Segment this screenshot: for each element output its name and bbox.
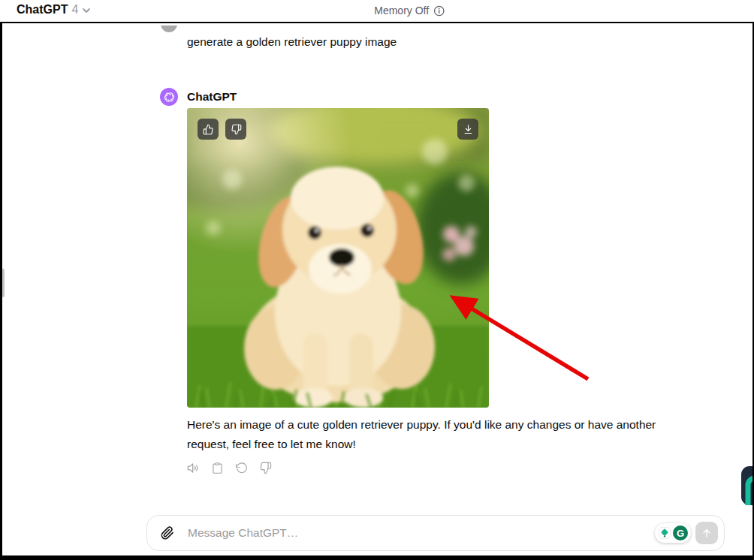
paperclip-icon	[160, 525, 175, 540]
image-thumbs-up-button[interactable]	[198, 119, 219, 140]
bad-response-button[interactable]	[258, 460, 273, 475]
image-download-button[interactable]	[457, 119, 478, 140]
grammarly-widget[interactable]: G	[655, 523, 691, 543]
regenerate-button[interactable]	[234, 460, 249, 475]
thumbs-up-icon	[203, 124, 214, 135]
brand-label: ChatGPT	[17, 3, 68, 17]
speaker-icon	[186, 461, 201, 475]
user-message-text: generate a golden retriever puppy image	[187, 35, 397, 49]
grammarly-g-badge: G	[673, 525, 688, 540]
grammarly-tone-icon	[658, 526, 671, 540]
assistant-avatar	[160, 88, 178, 106]
message-input[interactable]	[186, 525, 655, 540]
download-icon	[463, 124, 474, 135]
sidebar-toggle-handle[interactable]	[2, 269, 5, 297]
browser-extension-widget[interactable]	[741, 466, 754, 505]
model-version-label: 4	[71, 3, 78, 17]
attach-button[interactable]	[159, 525, 176, 541]
message-composer: G	[146, 515, 725, 551]
chatgpt-window: ChatGPT 4 Memory Off generate a golden r…	[0, 0, 754, 560]
assistant-message-text: Here's an image of a cute golden retriev…	[187, 415, 675, 454]
message-actions	[185, 460, 273, 475]
model-switcher[interactable]: ChatGPT 4	[17, 3, 91, 17]
chevron-down-icon	[82, 8, 91, 14]
clipboard-icon	[211, 462, 224, 474]
read-aloud-button[interactable]	[185, 460, 201, 475]
openai-logo-icon	[164, 92, 175, 103]
generated-image[interactable]	[187, 108, 489, 408]
puppy-illustration	[187, 108, 489, 408]
regenerate-icon	[235, 462, 248, 474]
send-button[interactable]	[695, 522, 718, 544]
arrow-up-icon	[701, 527, 713, 539]
memory-status-label: Memory Off	[374, 5, 429, 17]
info-icon	[433, 5, 445, 17]
memory-status[interactable]: Memory Off	[374, 5, 445, 17]
extension-icon	[741, 466, 754, 505]
thumbs-down-icon	[231, 124, 242, 135]
assistant-name: ChatGPT	[187, 90, 237, 104]
image-thumbs-down-button[interactable]	[225, 119, 246, 140]
thumbs-down-icon	[259, 462, 272, 474]
user-avatar	[161, 26, 177, 33]
top-header: ChatGPT 4 Memory Off	[0, 0, 754, 23]
copy-button[interactable]	[210, 460, 225, 475]
